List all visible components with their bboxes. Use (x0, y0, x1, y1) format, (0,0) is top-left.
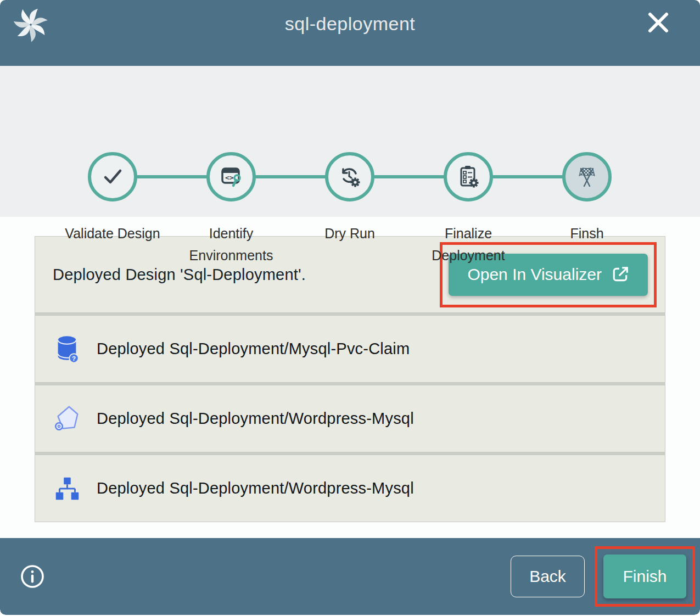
finish-button[interactable]: Finish (603, 555, 686, 598)
external-link-icon (612, 266, 629, 283)
result-row-pvc-claim: ? Deployed Sql-Deployment/Mysql-Pvc-Clai… (35, 315, 665, 383)
highlight-box-finish: Finish (595, 546, 695, 607)
finish-flags-icon (562, 152, 612, 201)
deployment-stepper: Validate Design <> Identify Environments (0, 66, 700, 217)
result-row-wordpress-mysql-2: Deployed Sql-Deployment/Wordpress-Mysql (35, 455, 665, 522)
step-validate-design: Validate Design (53, 152, 172, 266)
close-icon[interactable] (647, 11, 670, 34)
modal-footer: Back Finish (0, 538, 700, 615)
svg-text:<>: <> (225, 173, 234, 182)
result-row-text: Deployed Sql-Deployment/Wordpress-Mysql (97, 410, 414, 428)
back-button[interactable]: Back (511, 556, 585, 597)
step-label: Identify Environments (172, 222, 290, 266)
step-label: Validate Design (65, 222, 160, 244)
check-icon (88, 152, 137, 201)
step-dry-run: Dry Run (290, 152, 409, 266)
pentagon-icon (53, 404, 81, 434)
deployed-design-text: Deployed Design 'Sql-Deployment'. (53, 266, 306, 284)
code-wrench-icon: <> (206, 152, 256, 201)
sync-gear-icon (325, 152, 374, 201)
clipboard-gear-icon (444, 152, 493, 201)
deployment-wizard-modal: sql-deployment Validate Design (0, 0, 700, 615)
result-row-text: Deployed Sql-Deployment/Mysql-Pvc-Claim (97, 340, 410, 358)
step-finish: Finsh (528, 152, 646, 266)
modal-title: sql-deployment (0, 13, 700, 35)
result-row-wordpress-mysql-1: Deployed Sql-Deployment/Wordpress-Mysql (35, 385, 665, 452)
step-finalize-deployment: Finalize Deployment (409, 152, 528, 266)
hierarchy-icon (53, 473, 81, 504)
modal-header: sql-deployment (0, 0, 700, 66)
step-label: Dry Run (324, 222, 375, 244)
database-icon: ? (53, 334, 81, 365)
step-label: Finsh (570, 222, 603, 244)
step-identify-environments: <> Identify Environments (172, 152, 290, 266)
open-in-visualizer-label: Open In Visualizer (467, 265, 602, 284)
result-row-text: Deployed Sql-Deployment/Wordpress-Mysql (97, 479, 414, 497)
svg-text:?: ? (72, 355, 76, 361)
step-label: Finalize Deployment (409, 222, 528, 266)
info-icon[interactable] (20, 564, 45, 589)
